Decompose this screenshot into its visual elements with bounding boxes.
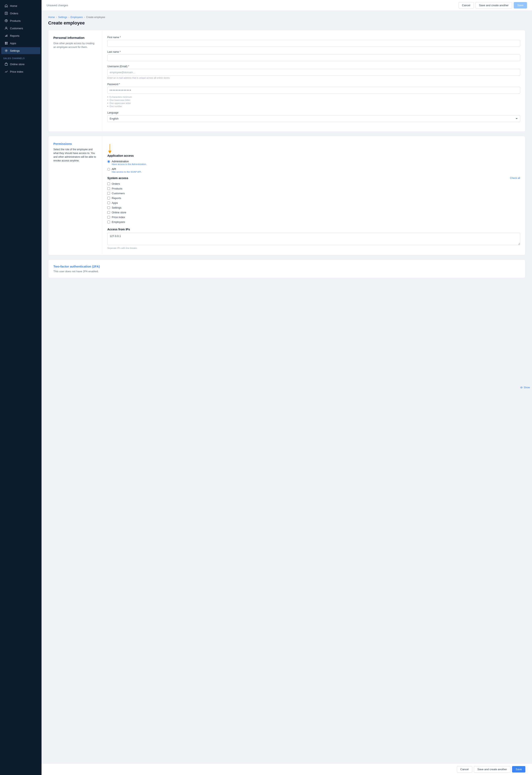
sidebar-item-home[interactable]: Home	[1, 2, 40, 9]
checkbox-products[interactable]: Products	[107, 187, 520, 190]
checkbox-apps[interactable]: Apps	[107, 201, 520, 204]
price-icon	[5, 70, 8, 73]
username-hint: Enter an e-mail address that is unique a…	[107, 77, 520, 79]
topbar-save-button[interactable]: Save	[514, 2, 527, 9]
breadcrumb-settings[interactable]: Settings	[58, 16, 67, 19]
checkbox-online-store[interactable]: Online store	[107, 211, 520, 214]
breadcrumb-sep-3: ›	[84, 16, 85, 19]
checkbox-employees-input[interactable]	[107, 221, 110, 223]
breadcrumb: Home › Settings › Employees › Create emp…	[48, 16, 525, 19]
bottom-cancel-button[interactable]: Cancel	[457, 766, 472, 773]
last-name-input[interactable]	[107, 54, 520, 61]
radio-administration[interactable]: Administration Have access to the Admini…	[107, 160, 520, 165]
bottom-save-button[interactable]: Save	[512, 766, 525, 773]
checkbox-online-store-input[interactable]	[107, 211, 110, 214]
radio-administration-input[interactable]	[107, 160, 110, 163]
radio-administration-label: Administration	[112, 160, 147, 163]
personal-info-title: Personal information	[53, 36, 97, 39]
apps-icon	[5, 41, 8, 45]
checkbox-reports-label: Reports	[112, 196, 121, 200]
arrow-down	[107, 142, 520, 154]
page-title: Create employee	[48, 20, 525, 26]
sidebar-item-settings-label: Settings	[10, 49, 20, 52]
checkbox-products-label: Products	[112, 187, 122, 190]
password-wrapper	[107, 87, 520, 94]
twofa-content: Two-factor authentication (2FA) This use…	[48, 260, 525, 278]
arrow-svg	[107, 144, 112, 154]
access-ips-title: Access from IPs	[107, 228, 520, 231]
permissions-card-inner: Permissions Select the role of the emplo…	[48, 136, 525, 255]
svg-rect-7	[6, 35, 6, 37]
svg-rect-9	[5, 42, 6, 43]
checkbox-orders-input[interactable]	[107, 182, 110, 185]
language-select[interactable]: English German French Spanish	[107, 115, 520, 122]
password-group: Password * Show	[107, 83, 520, 107]
settings-icon	[5, 49, 8, 52]
page-content: Home › Settings › Employees › Create emp…	[42, 11, 532, 763]
rule-dot-3	[107, 106, 108, 107]
access-ips-hint: Seperate IPs with line breaks	[107, 247, 520, 249]
checkbox-orders[interactable]: Orders	[107, 182, 520, 185]
checkbox-employees[interactable]: Employees	[107, 220, 520, 223]
checkbox-customers-input[interactable]	[107, 192, 110, 195]
password-input[interactable]	[107, 87, 520, 94]
first-name-group: First name *	[107, 36, 520, 47]
permissions-right: Application access Administration Have a…	[102, 136, 525, 255]
permissions-title: Permissions	[53, 142, 97, 145]
sidebar-item-home-label: Home	[10, 4, 17, 7]
username-input[interactable]	[107, 69, 520, 76]
sidebar-item-settings[interactable]: Settings	[1, 47, 40, 54]
radio-api-input[interactable]	[107, 168, 110, 171]
password-rule-1: One lowercase letter	[107, 99, 520, 101]
check-all-link[interactable]: Check all	[510, 177, 520, 179]
customers-icon	[5, 27, 8, 30]
twofa-title: Two-factor authentication (2FA)	[53, 265, 520, 268]
sidebar-item-price-index[interactable]: Price index	[1, 68, 40, 75]
card-left: Personal information Give other people a…	[48, 30, 102, 132]
checkbox-apps-input[interactable]	[107, 201, 110, 204]
first-name-input[interactable]	[107, 40, 520, 47]
breadcrumb-home[interactable]: Home	[48, 16, 55, 19]
sidebar-item-apps[interactable]: Apps	[1, 40, 40, 47]
topbar-cancel-button[interactable]: Cancel	[459, 2, 474, 9]
orders-icon	[5, 12, 8, 15]
svg-point-5	[6, 27, 7, 28]
bottom-save-create-button[interactable]: Save and create another	[474, 766, 510, 773]
topbar-save-create-button[interactable]: Save and create another	[476, 2, 512, 9]
checkbox-settings-label: Settings	[112, 206, 121, 209]
sidebar-item-online-store[interactable]: Online store	[1, 61, 40, 68]
svg-rect-11	[5, 43, 6, 44]
radio-api-label: API	[112, 167, 142, 171]
sidebar-item-customers[interactable]: Customers	[1, 25, 40, 32]
sidebar-item-orders-label: Orders	[10, 12, 18, 15]
last-name-label: Last name *	[107, 50, 520, 53]
checkbox-reports[interactable]: Reports	[107, 196, 520, 200]
sidebar-item-reports[interactable]: Reports	[1, 32, 40, 39]
breadcrumb-sep-1: ›	[56, 16, 57, 19]
checkbox-settings-input[interactable]	[107, 206, 110, 209]
password-rule-3: One number	[107, 105, 520, 107]
svg-rect-10	[6, 42, 7, 43]
checkbox-price-index[interactable]: Price index	[107, 216, 520, 219]
sidebar-item-orders[interactable]: Orders	[1, 10, 40, 17]
radio-api[interactable]: API Has access to the SOAP API.	[107, 167, 520, 173]
checkbox-customers-label: Customers	[112, 192, 125, 195]
access-ips-input[interactable]: 127.0.0.1	[107, 233, 520, 245]
radio-group: Administration Have access to the Admini…	[107, 160, 520, 173]
rule-text-2: One uppercase letter	[109, 102, 131, 104]
checkbox-price-index-input[interactable]	[107, 216, 110, 218]
password-rule-2: One uppercase letter	[107, 102, 520, 104]
checkbox-customers[interactable]: Customers	[107, 192, 520, 195]
checkbox-products-input[interactable]	[107, 187, 110, 190]
checkbox-reports-input[interactable]	[107, 197, 110, 199]
sidebar: Home Orders Products Custo	[0, 0, 42, 775]
personal-info-desc: Give other people access by creating an …	[53, 41, 97, 49]
sidebar-item-products[interactable]: Products	[1, 17, 40, 24]
breadcrumb-sep-2: ›	[68, 16, 69, 19]
sidebar-item-apps-label: Apps	[10, 42, 16, 45]
username-group: Username (Email) * Enter an e-mail addre…	[107, 65, 520, 79]
checkbox-settings[interactable]: Settings	[107, 206, 520, 209]
radio-api-content: API Has access to the SOAP API.	[112, 167, 142, 173]
personal-info-card: Personal information Give other people a…	[48, 30, 525, 132]
breadcrumb-employees[interactable]: Employees	[70, 16, 83, 19]
